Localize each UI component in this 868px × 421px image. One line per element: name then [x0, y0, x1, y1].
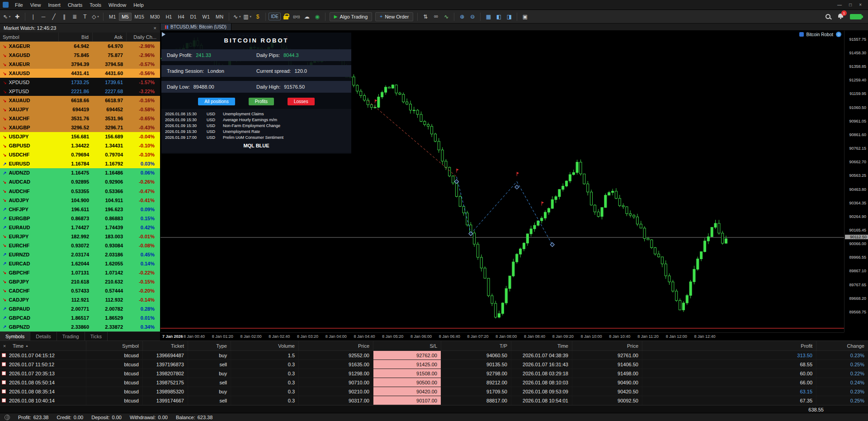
crosshair-icon[interactable]: ✚ — [12, 12, 22, 22]
market-watch-row[interactable]: ↗AUDNZD1.164751.164860.06% — [0, 168, 160, 177]
timeframe-m30[interactable]: M30 — [147, 13, 162, 21]
market-watch-row[interactable]: ↘EURCHF0.930720.93084-0.08% — [0, 241, 160, 250]
menu-view[interactable]: View — [27, 1, 45, 9]
equidistant-channel-icon[interactable]: ∥ — [59, 12, 69, 22]
market-depth-icon[interactable]: 00 — [431, 12, 441, 22]
mw-col-ask[interactable]: Ask — [93, 33, 127, 41]
signal-icon[interactable]: ((o)) — [292, 12, 302, 22]
market-watch-row[interactable]: ↘XAUJPY694419694452-0.58% — [0, 105, 160, 114]
market-watch-row[interactable]: ↘XAUAUD6618.666618.97-0.16% — [0, 96, 160, 105]
toolbox-close-icon[interactable]: × — [0, 343, 9, 349]
mw-col-dailych[interactable]: Daily Ch... — [127, 33, 160, 41]
dock-panel-left-icon[interactable]: ◧ — [494, 12, 504, 22]
toolbox-col-change-11[interactable]: Change — [816, 341, 868, 350]
menu-tools[interactable]: Tools — [86, 1, 105, 9]
market-watch-row[interactable]: ↘USDJPY156.681156.689-0.04% — [0, 132, 160, 141]
zigzag-icon[interactable]: ∿ — [441, 12, 451, 22]
market-watch-row[interactable]: ↗EURNZD2.031742.031860.45% — [0, 250, 160, 259]
menu-help[interactable]: Help — [130, 1, 147, 9]
market-watch-row[interactable]: ↘XAUEUR3794.393794.58-0.57% — [0, 60, 160, 69]
market-watch-row[interactable]: ↘XPDUSD1733.251739.61-1.57% — [0, 78, 160, 87]
horizontal-line-icon[interactable]: ─ — [38, 12, 48, 22]
toolbox-col-time-0[interactable]: Time▲ — [9, 341, 86, 350]
chart-style-icon[interactable]: ▥▾ — [242, 12, 252, 22]
cloud-icon[interactable]: ☁ — [302, 12, 312, 22]
market-watch-row[interactable]: ↗EURCAD1.620441.620550.14% — [0, 259, 160, 268]
market-watch-tab-details[interactable]: Details — [30, 332, 57, 341]
timeframe-m15[interactable]: M15 — [132, 13, 147, 21]
shapes-icon[interactable]: ◇▾ — [90, 12, 100, 22]
market-watch-row[interactable]: ↗EURGBP0.868730.868830.15% — [0, 214, 160, 223]
search-icon[interactable] — [825, 14, 831, 20]
market-watch-row[interactable]: ↘XAUUSD4431.414431.60-0.56% — [0, 69, 160, 78]
restore-button[interactable]: □ — [849, 2, 852, 7]
market-watch-row[interactable]: ↗GBPAUD2.007712.007820.28% — [0, 304, 160, 313]
profits-button[interactable]: Profits — [249, 98, 274, 105]
toolbox-col-price-9[interactable]: Price — [572, 341, 642, 350]
market-watch-row[interactable]: ↘XPTUSD2221.862227.68-3.22% — [0, 87, 160, 96]
lock-icon[interactable] — [281, 12, 291, 22]
tile-windows-icon[interactable]: ▦ — [483, 12, 493, 22]
text-tool-icon[interactable]: T — [80, 12, 90, 22]
losses-button[interactable]: Losses — [288, 98, 315, 105]
quotes-icon[interactable]: $ — [253, 12, 263, 22]
timeframe-d1[interactable]: D1 — [188, 13, 199, 21]
trendline-icon[interactable]: ╱ — [49, 12, 59, 22]
market-watch-row[interactable]: ↗GBPNZD2.338602.338720.34% — [0, 322, 160, 331]
timeframe-h1[interactable]: H1 — [163, 13, 175, 21]
zoom-in-icon[interactable]: ⊕ — [457, 12, 467, 22]
chart-canvas[interactable]: Bitcoin Robot ☺ BITCOIN ROBOT Daily Prof… — [160, 31, 844, 332]
all-positions-button[interactable]: All positions — [198, 98, 235, 105]
market-watch-row[interactable]: ↘CADCHF0.574330.57444-0.20% — [0, 286, 160, 295]
market-watch-row[interactable]: ↗EURUSD1.167841.167920.03% — [0, 159, 160, 168]
market-watch-row[interactable]: ↘GBPCHF1.071311.07142-0.22% — [0, 268, 160, 277]
mw-col-bid[interactable]: Bid — [59, 33, 93, 41]
market-watch-tab-ticks[interactable]: Ticks — [85, 332, 108, 341]
market-watch-row[interactable]: ↘AUDCAD0.928950.92906-0.26% — [0, 177, 160, 186]
notifications-button[interactable]: 1 — [838, 13, 844, 20]
tick-chart-icon[interactable]: ∿▾ — [232, 12, 242, 22]
market-watch-row[interactable]: ↘XAGEUR64.94264.970-2.98% — [0, 42, 160, 51]
close-button[interactable]: × — [859, 2, 862, 7]
minimize-button[interactable]: — — [837, 2, 842, 7]
timeframe-h4[interactable]: H4 — [175, 13, 187, 21]
market-watch-close-icon[interactable]: × — [154, 25, 156, 31]
toolbox-col-symbol-1[interactable]: Symbol — [86, 341, 142, 350]
market-watch-row[interactable]: ↘AUDCHF0.533550.53366-0.47% — [0, 187, 160, 196]
algo-trading-button[interactable]: ▶Algo Trading — [330, 12, 372, 21]
strategy-tester-icon[interactable]: ▣ — [520, 12, 530, 22]
history-row[interactable]: 2026.01.08 10:40:14btcusd1399174667sell0… — [0, 396, 868, 405]
mw-col-symbol[interactable]: Symbol — [0, 33, 59, 41]
ide-button[interactable]: IDE — [269, 13, 281, 20]
toolbox-col-price-5[interactable]: Price — [298, 341, 373, 350]
market-watch-tab-trading[interactable]: Trading — [57, 332, 85, 341]
one-click-trading-icon[interactable] — [162, 32, 165, 37]
price-axis[interactable]: 91557.7591458.3091358.8591259.4091159.95… — [844, 31, 868, 332]
fibonacci-icon[interactable]: ≣ — [70, 12, 80, 22]
market-watch-row[interactable]: ↘USDCHF0.796940.79704-0.10% — [0, 150, 160, 159]
market-watch-row[interactable]: ↗CHFJPY196.611196.6230.09% — [0, 205, 160, 214]
dock-panel-right-icon[interactable]: ◨ — [504, 12, 514, 22]
market-watch-row[interactable]: ↘GBPUSD1.344221.34431-0.10% — [0, 141, 160, 150]
algo-smiley-icon[interactable]: ☺ — [836, 32, 841, 37]
community-icon[interactable]: ◉ — [312, 12, 322, 22]
toolbox-col-profit-10[interactable]: Profit — [642, 341, 816, 350]
timeframe-m5[interactable]: M5 — [119, 13, 131, 21]
market-watch-row[interactable]: ↘EURJPY182.992183.003-0.01% — [0, 232, 160, 241]
history-row[interactable]: 2026.01.07 20:35:13btcusd1398207802buy0.… — [0, 369, 868, 378]
toolbox-col-time-8[interactable]: Time — [511, 341, 572, 350]
timeframe-mn[interactable]: MN — [213, 13, 226, 21]
time-axis[interactable]: 7 Jan 20268 Jan 00:408 Jan 01:208 Jan 02… — [160, 332, 844, 341]
market-watch-row[interactable]: ↘XAUGBP3296.523296.71-0.43% — [0, 123, 160, 132]
timeframe-m1[interactable]: M1 — [106, 13, 118, 21]
zoom-out-icon[interactable]: ⊖ — [467, 12, 477, 22]
menu-file[interactable]: File — [11, 1, 27, 9]
toolbox-col-type-3[interactable]: Type — [188, 341, 231, 350]
history-row[interactable]: 2026.01.08 05:50:14btcusd1398752175sell0… — [0, 378, 868, 387]
toolbox-col-ticket-2[interactable]: Ticket — [142, 341, 188, 350]
menu-insert[interactable]: Insert — [44, 1, 64, 9]
vertical-line-icon[interactable]: ∣ — [28, 12, 38, 22]
history-row[interactable]: 2026.01.08 08:35:14btcusd1398985320buy0.… — [0, 387, 868, 396]
new-order-button[interactable]: +New Order — [375, 12, 413, 21]
market-watch-row[interactable]: ↘XAGUSD75.84575.877-2.96% — [0, 51, 160, 60]
